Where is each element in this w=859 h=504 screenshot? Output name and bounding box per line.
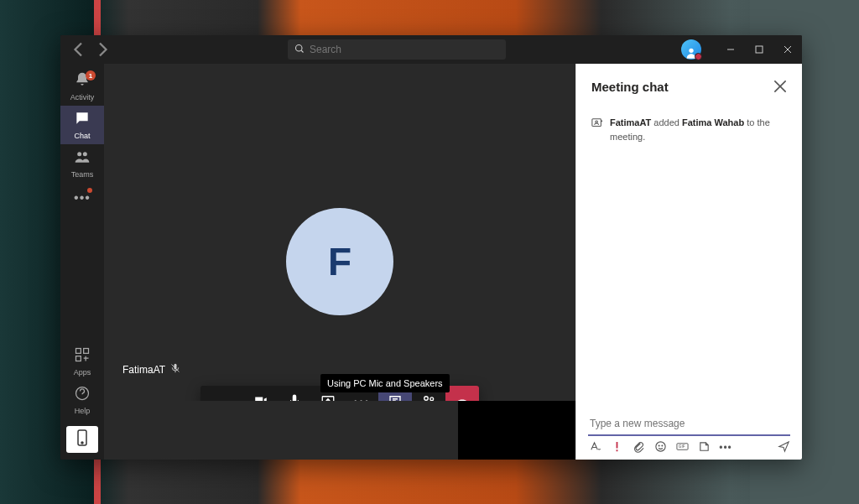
avatar-initial: F — [328, 239, 351, 284]
rail-item-more[interactable]: ••• — [60, 183, 104, 213]
rail-item-activity[interactable]: Activity 1 — [60, 67, 104, 106]
priority-icon — [611, 440, 623, 456]
send-icon — [778, 440, 790, 456]
more-notification-dot — [87, 188, 92, 193]
format-icon — [589, 440, 601, 456]
rail-label: Chat — [74, 132, 90, 140]
system-message: FatimaAT added Fatima Wahab to the meeti… — [591, 116, 787, 143]
window-maximize-button[interactable] — [745, 35, 773, 64]
person-add-icon — [591, 117, 603, 129]
help-icon — [74, 385, 91, 405]
rail-item-teams[interactable]: Teams — [60, 144, 104, 183]
audio-device-tooltip: Using PC Mic and Speakers — [320, 374, 450, 392]
svg-text:GIF: GIF — [678, 444, 685, 449]
activity-badge: 1 — [86, 70, 96, 81]
svg-point-3 — [77, 152, 81, 156]
svg-rect-7 — [76, 356, 81, 361]
presence-dot-icon — [695, 53, 702, 60]
current-user-avatar[interactable] — [681, 39, 701, 60]
mic-muted-icon — [170, 363, 180, 376]
phone-icon — [76, 429, 88, 449]
svg-rect-2 — [756, 46, 763, 53]
sticker-button[interactable] — [697, 441, 711, 455]
search-icon — [294, 42, 305, 57]
attach-button[interactable] — [632, 441, 645, 455]
nav-back-button[interactable] — [69, 39, 89, 60]
chat-close-button[interactable] — [773, 80, 787, 93]
rail-item-help[interactable]: Help — [60, 381, 104, 419]
stage-thumbnail-strip — [104, 401, 575, 460]
rail-label: Help — [75, 407, 91, 415]
self-thumbnail[interactable] — [458, 401, 575, 460]
emoji-button[interactable] — [653, 441, 667, 455]
rail-item-apps[interactable]: Apps — [60, 342, 104, 381]
compose-more-button[interactable]: ••• — [719, 441, 732, 455]
gif-button[interactable]: GIF — [675, 441, 689, 455]
more-icon: ••• — [719, 442, 732, 454]
rail-label: Teams — [71, 170, 94, 179]
nav-forward-button[interactable] — [92, 39, 112, 60]
gif-icon: GIF — [676, 440, 689, 456]
participant-name-label: FatimaAT — [122, 363, 180, 376]
participant-avatar: F — [286, 208, 393, 315]
search-input[interactable] — [310, 44, 499, 55]
search-box[interactable] — [288, 39, 506, 60]
rail-item-chat[interactable]: Chat — [60, 106, 104, 144]
teams-icon — [74, 148, 91, 169]
svg-point-0 — [296, 45, 303, 52]
rail-device-button[interactable] — [66, 426, 98, 453]
svg-point-16 — [655, 441, 664, 450]
chat-panel: Meeting chat FatimaAT added Fatima Wahab… — [575, 64, 802, 460]
svg-point-12 — [424, 397, 429, 401]
svg-point-4 — [83, 152, 87, 156]
meeting-stage: F FatimaAT Using PC Mic and Speakers --:… — [104, 64, 575, 460]
system-message-text: FatimaAT added Fatima Wahab to the meeti… — [610, 116, 787, 143]
attach-icon — [633, 440, 645, 456]
format-button[interactable] — [588, 441, 601, 455]
sticker-icon — [698, 440, 711, 456]
svg-point-15 — [596, 121, 598, 123]
window-close-button[interactable] — [773, 35, 802, 64]
send-button[interactable] — [777, 441, 790, 455]
compose-area: GIF ••• — [576, 406, 802, 460]
app-rail: Activity 1 Chat Teams ••• — [60, 64, 104, 460]
window-minimize-button[interactable] — [716, 35, 745, 64]
svg-rect-5 — [76, 349, 81, 354]
svg-point-18 — [661, 445, 662, 446]
rail-label: Activity — [70, 93, 95, 101]
svg-point-17 — [659, 445, 659, 446]
svg-rect-6 — [84, 349, 89, 354]
titlebar — [60, 35, 802, 64]
priority-button[interactable] — [610, 441, 623, 455]
rail-label: Apps — [74, 368, 91, 377]
teams-window: Activity 1 Chat Teams ••• — [60, 35, 802, 460]
svg-point-1 — [689, 49, 693, 53]
compose-input[interactable] — [588, 413, 790, 436]
chat-icon — [74, 110, 91, 130]
apps-icon — [74, 346, 91, 366]
svg-point-10 — [81, 442, 83, 444]
chat-panel-title: Meeting chat — [591, 80, 669, 94]
emoji-icon — [654, 440, 667, 456]
